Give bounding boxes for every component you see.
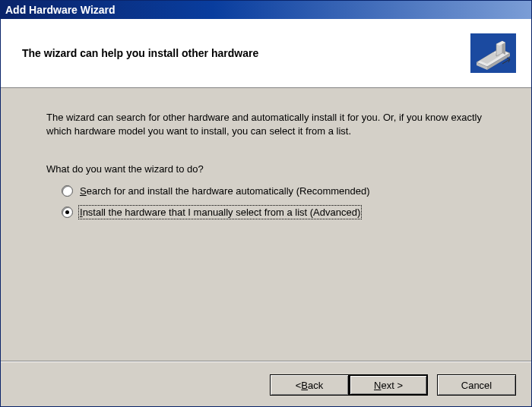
question-text: What do you want the wizard to do?	[46, 163, 486, 175]
radio-group: Search for and install the hardware auto…	[46, 182, 486, 220]
titlebar: Add Hardware Wizard	[1, 1, 531, 19]
radio-button-icon	[62, 207, 73, 218]
wizard-content: The wizard can search for other hardware…	[1, 88, 531, 361]
back-next-group: < Back Next >	[270, 374, 428, 396]
radio-option-manual[interactable]: Install the hardware that I manually sel…	[62, 204, 486, 220]
window-title: Add Hardware Wizard	[5, 4, 116, 16]
radio-option-search[interactable]: Search for and install the hardware auto…	[62, 182, 486, 199]
radio-label: Install the hardware that I manually sel…	[79, 206, 361, 219]
cancel-button[interactable]: Cancel	[437, 374, 516, 396]
wizard-header: The wizard can help you install other ha…	[1, 19, 531, 88]
add-hardware-wizard-window: Add Hardware Wizard The wizard can help …	[0, 0, 532, 407]
hardware-icon	[470, 33, 516, 73]
next-button[interactable]: Next >	[349, 374, 428, 396]
button-bar: < Back Next > Cancel	[1, 368, 531, 406]
back-button[interactable]: < Back	[270, 374, 349, 396]
divider	[1, 361, 531, 362]
radio-button-icon	[62, 185, 73, 197]
radio-label: Search for and install the hardware auto…	[79, 185, 371, 197]
instruction-text: The wizard can search for other hardware…	[46, 111, 486, 137]
wizard-header-title: The wizard can help you install other ha…	[22, 47, 470, 59]
